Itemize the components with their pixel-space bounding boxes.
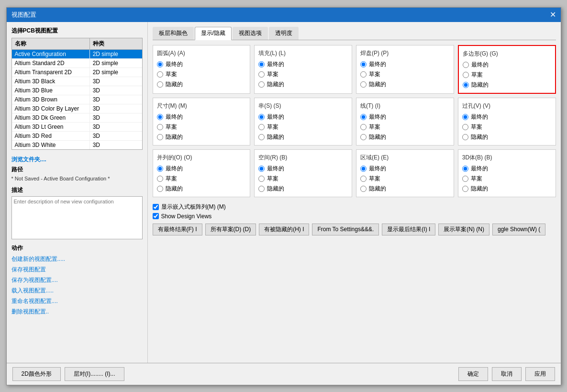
- radio-item-polygon-2[interactable]: 隐藏的: [463, 81, 551, 89]
- action-link[interactable]: 删除视图配置..: [11, 308, 143, 316]
- radio-pad-0[interactable]: [360, 61, 367, 67]
- radio-item-region-1[interactable]: 草案: [360, 175, 450, 183]
- radio-item-arc-2[interactable]: 隐藏的: [157, 80, 246, 89]
- action-button-2[interactable]: 有被隐藏的(H) I: [259, 224, 309, 235]
- tab-透明度[interactable]: 透明度: [269, 27, 299, 40]
- radio-item-space-1[interactable]: 草案: [258, 175, 348, 183]
- checkbox-item-0[interactable]: 显示嵌入式板阵列(M) (M): [153, 203, 556, 211]
- radio-via-0[interactable]: [462, 114, 468, 120]
- radio-item-via-2[interactable]: 隐藏的: [462, 133, 552, 141]
- action-button-3[interactable]: From To Settings&&&.: [312, 224, 379, 235]
- radio-item-arc-1[interactable]: 草案: [157, 70, 246, 78]
- radio-space-1[interactable]: [258, 176, 265, 182]
- radio-fill-1[interactable]: [258, 71, 265, 78]
- btn-2d-color[interactable]: 2D颜色外形: [12, 367, 61, 381]
- action-link[interactable]: 创建新的视图配置.....: [11, 255, 143, 263]
- action-button-0[interactable]: 有最终结果(F) I: [153, 224, 202, 235]
- tab-视图选项[interactable]: 视图选项: [233, 27, 268, 40]
- radio-polygon-1[interactable]: [463, 72, 469, 78]
- radio-parallel-1[interactable]: [157, 176, 163, 182]
- action-link[interactable]: 重命名视图配置....: [11, 297, 143, 305]
- radio-parallel-0[interactable]: [157, 166, 163, 172]
- config-row[interactable]: Altium 3D Brown 3D: [12, 95, 142, 104]
- action-button-4[interactable]: 显示最后结果(I) I: [382, 224, 435, 235]
- radio-fill-2[interactable]: [258, 81, 265, 88]
- radio-track-0[interactable]: [360, 114, 367, 120]
- btn-layer[interactable]: 层对(I)........ (I)...: [65, 367, 124, 381]
- radio-item-region-0[interactable]: 最终的: [360, 165, 450, 173]
- radio-string-1[interactable]: [258, 124, 265, 130]
- radio-region-1[interactable]: [360, 176, 367, 182]
- action-link[interactable]: 保存为视图配置....: [11, 276, 143, 284]
- tab-显示/隐藏[interactable]: 显示/隐藏: [195, 27, 232, 40]
- radio-item-parallel-0[interactable]: 最终的: [157, 165, 246, 173]
- config-row[interactable]: Altium 3D White 3D: [12, 141, 142, 149]
- radio-item-track-1[interactable]: 草案: [360, 123, 450, 131]
- radio-3dbody-0[interactable]: [462, 166, 468, 172]
- radio-item-space-0[interactable]: 最终的: [258, 165, 348, 173]
- radio-item-dimension-2[interactable]: 隐藏的: [157, 133, 246, 141]
- radio-item-parallel-1[interactable]: 草案: [157, 175, 246, 183]
- radio-item-polygon-1[interactable]: 草案: [463, 71, 551, 79]
- radio-item-3dbody-2[interactable]: 隐藏的: [462, 185, 552, 193]
- radio-parallel-2[interactable]: [157, 186, 163, 192]
- radio-pad-2[interactable]: [360, 81, 367, 88]
- radio-polygon-2[interactable]: [463, 82, 469, 88]
- radio-item-space-2[interactable]: 隐藏的: [258, 185, 348, 193]
- radio-string-0[interactable]: [258, 114, 265, 120]
- radio-item-track-0[interactable]: 最终的: [360, 113, 450, 121]
- radio-item-fill-2[interactable]: 隐藏的: [258, 80, 348, 89]
- radio-item-dimension-1[interactable]: 草案: [157, 123, 246, 131]
- radio-item-3dbody-0[interactable]: 最终的: [462, 165, 552, 173]
- action-button-6[interactable]: ggle Shown(W) (: [492, 224, 545, 235]
- radio-dimension-2[interactable]: [157, 134, 163, 140]
- checkbox-1[interactable]: [153, 213, 159, 219]
- desc-textarea[interactable]: [11, 196, 143, 239]
- action-button-5[interactable]: 展示草案(N) (N): [438, 224, 489, 235]
- browse-link[interactable]: 浏览文件夹....: [11, 156, 46, 163]
- radio-item-arc-0[interactable]: 最终的: [157, 60, 246, 68]
- action-link[interactable]: 保存视图配置: [11, 266, 143, 274]
- radio-region-2[interactable]: [360, 186, 367, 192]
- radio-3dbody-1[interactable]: [462, 176, 468, 182]
- radio-item-via-0[interactable]: 最终的: [462, 113, 552, 121]
- btn-apply[interactable]: 应用: [525, 367, 555, 381]
- radio-via-2[interactable]: [462, 134, 468, 140]
- radio-dimension-1[interactable]: [157, 124, 163, 130]
- config-row[interactable]: Altium Standard 2D 2D simple: [12, 59, 142, 68]
- radio-item-pad-0[interactable]: 最终的: [360, 60, 450, 68]
- radio-item-string-0[interactable]: 最终的: [258, 113, 348, 121]
- radio-item-pad-2[interactable]: 隐藏的: [360, 80, 450, 89]
- radio-item-region-2[interactable]: 隐藏的: [360, 185, 450, 193]
- radio-polygon-0[interactable]: [463, 62, 469, 68]
- btn-cancel[interactable]: 取消: [492, 367, 522, 381]
- radio-item-dimension-0[interactable]: 最终的: [157, 113, 246, 121]
- radio-fill-0[interactable]: [258, 61, 265, 67]
- radio-item-3dbody-1[interactable]: 草案: [462, 175, 552, 183]
- config-row[interactable]: Altium 3D Lt Green 3D: [12, 123, 142, 132]
- radio-item-fill-0[interactable]: 最终的: [258, 60, 348, 68]
- config-row[interactable]: Altium 3D Dk Green 3D: [12, 113, 142, 123]
- action-link[interactable]: 载入视图配置.....: [11, 287, 143, 295]
- radio-arc-0[interactable]: [157, 61, 163, 67]
- radio-via-1[interactable]: [462, 124, 468, 130]
- config-row[interactable]: Altium 3D Black 3D: [12, 77, 142, 86]
- radio-space-0[interactable]: [258, 166, 265, 172]
- checkbox-0[interactable]: [153, 204, 159, 210]
- config-row[interactable]: Altium 3D Blue 3D: [12, 86, 142, 95]
- radio-3dbody-2[interactable]: [462, 186, 468, 192]
- radio-region-0[interactable]: [360, 166, 367, 172]
- btn-ok[interactable]: 确定: [458, 367, 488, 381]
- radio-space-2[interactable]: [258, 186, 265, 192]
- radio-pad-1[interactable]: [360, 71, 367, 78]
- checkbox-item-1[interactable]: Show Design Views: [153, 213, 556, 220]
- radio-item-pad-1[interactable]: 草案: [360, 70, 450, 78]
- config-row[interactable]: Active Configuration 2D simple: [12, 50, 142, 59]
- radio-dimension-0[interactable]: [157, 114, 163, 120]
- radio-item-string-2[interactable]: 隐藏的: [258, 133, 348, 141]
- radio-item-string-1[interactable]: 草案: [258, 123, 348, 131]
- radio-track-1[interactable]: [360, 124, 367, 130]
- radio-item-fill-1[interactable]: 草案: [258, 70, 348, 78]
- close-button[interactable]: ✕: [550, 11, 556, 19]
- radio-item-via-1[interactable]: 草案: [462, 123, 552, 131]
